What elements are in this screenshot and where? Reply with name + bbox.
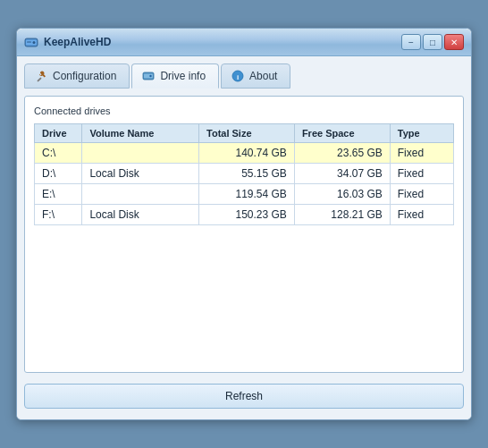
col-free: Free Space bbox=[294, 124, 390, 143]
titlebar-left: KeepAliveHD bbox=[24, 35, 111, 49]
tab-about-label: About bbox=[249, 70, 277, 82]
table-header-row: Drive Volume Name Total Size Free Space … bbox=[35, 124, 454, 143]
svg-point-2 bbox=[33, 41, 36, 44]
tab-about[interactable]: i About bbox=[221, 63, 290, 89]
drive-icon bbox=[141, 69, 156, 83]
main-window: KeepAliveHD − □ ✕ Configuration bbox=[16, 28, 472, 420]
tab-bar: Configuration Drive info bbox=[24, 63, 464, 89]
table-cell: Local Disk bbox=[82, 164, 199, 184]
table-cell: 23.65 GB bbox=[294, 143, 390, 164]
col-volume: Volume Name bbox=[82, 124, 199, 143]
close-button[interactable]: ✕ bbox=[444, 34, 464, 50]
table-cell: Fixed bbox=[390, 184, 453, 205]
tab-driveinfo-label: Drive info bbox=[160, 70, 206, 82]
table-cell: Fixed bbox=[390, 205, 453, 225]
table-cell bbox=[82, 184, 199, 205]
svg-rect-3 bbox=[27, 42, 31, 43]
minimize-button[interactable]: − bbox=[401, 34, 421, 50]
table-row: F:\Local Disk150.23 GB128.21 GBFixed bbox=[35, 205, 454, 225]
main-panel: Connected drives Drive Volume Name Total… bbox=[24, 96, 464, 373]
tab-driveinfo[interactable]: Drive info bbox=[131, 63, 219, 89]
maximize-button[interactable]: □ bbox=[423, 34, 442, 50]
table-cell: F:\ bbox=[35, 205, 82, 225]
footer: Refresh bbox=[24, 380, 464, 412]
table-row: D:\Local Disk55.15 GB34.07 GBFixed bbox=[35, 164, 454, 184]
wrench-icon bbox=[34, 69, 48, 83]
refresh-button[interactable]: Refresh bbox=[24, 384, 464, 409]
titlebar: KeepAliveHD − □ ✕ bbox=[17, 29, 471, 56]
table-cell: 119.54 GB bbox=[199, 184, 295, 205]
col-drive: Drive bbox=[35, 124, 82, 143]
tab-configuration-label: Configuration bbox=[53, 70, 116, 82]
table-cell: 34.07 GB bbox=[294, 164, 390, 184]
app-icon bbox=[24, 35, 38, 49]
table-cell: Local Disk bbox=[82, 205, 199, 225]
svg-rect-4 bbox=[37, 77, 42, 82]
table-row: E:\119.54 GB16.03 GBFixed bbox=[35, 184, 454, 205]
table-cell: E:\ bbox=[35, 184, 82, 205]
table-cell: C:\ bbox=[35, 143, 82, 164]
col-type: Type bbox=[390, 124, 453, 143]
table-cell: 128.21 GB bbox=[294, 205, 390, 225]
table-cell: D:\ bbox=[35, 164, 82, 184]
content-area: Configuration Drive info bbox=[17, 56, 471, 419]
table-cell: 16.03 GB bbox=[294, 184, 390, 205]
drives-table: Drive Volume Name Total Size Free Space … bbox=[34, 123, 454, 225]
table-row: C:\140.74 GB23.65 GBFixed bbox=[35, 143, 454, 164]
svg-text:i: i bbox=[237, 73, 239, 81]
titlebar-buttons: − □ ✕ bbox=[401, 34, 464, 50]
tab-configuration[interactable]: Configuration bbox=[24, 63, 130, 89]
table-cell: 150.23 GB bbox=[199, 205, 295, 225]
col-total: Total Size bbox=[199, 124, 295, 143]
table-cell: 55.15 GB bbox=[199, 164, 295, 184]
table-cell: 140.74 GB bbox=[199, 143, 295, 164]
table-cell bbox=[82, 143, 199, 164]
table-cell: Fixed bbox=[390, 164, 453, 184]
table-cell: Fixed bbox=[390, 143, 453, 164]
section-label: Connected drives bbox=[34, 106, 454, 116]
window-title: KeepAliveHD bbox=[44, 36, 111, 48]
info-icon: i bbox=[231, 69, 245, 83]
svg-point-7 bbox=[150, 75, 152, 77]
